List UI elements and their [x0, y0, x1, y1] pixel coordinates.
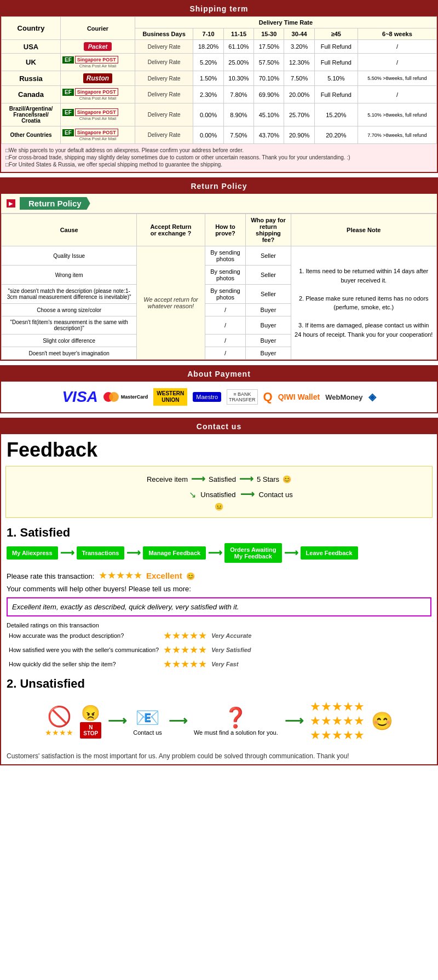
- canada-45: Full Refund: [314, 86, 358, 103]
- courier-russia: Ruston: [61, 71, 135, 86]
- other-7-10: 0.00%: [193, 126, 223, 144]
- unsatisfied-heading: 2. Unsatisfied: [1, 673, 437, 694]
- no-circle-icon: 🚫: [45, 705, 73, 728]
- return-title: Return Policy: [20, 197, 90, 210]
- payment-section: About Payment VISA MasterCard WESTERNUNI…: [0, 365, 438, 413]
- cause-size: "size doesn't match the description (ple…: [2, 285, 137, 304]
- rating-row-3: How quickly did the seller ship the item…: [7, 657, 253, 671]
- courier-uk: EF Singapore POST China Post Air Mail: [61, 54, 135, 71]
- brazil-30-44: 25.70%: [284, 103, 314, 126]
- canada-30-44: 20.00%: [284, 86, 314, 103]
- arrow-3: ⟶: [240, 488, 255, 500]
- singapore-logo-brazil: Singapore POST: [75, 108, 118, 116]
- shipping-note-2: □For cross-broad trade, shipping may sli…: [5, 154, 433, 160]
- ef-logo: EF: [62, 56, 74, 64]
- happy-emoji: 😊: [283, 475, 291, 483]
- usa-30-44: 3.20%: [284, 40, 314, 54]
- arrow-2: ⟶: [239, 473, 253, 485]
- singapore-logo-canada: Singapore POST: [75, 88, 118, 96]
- angry-emoji: 😠: [80, 704, 101, 722]
- visa-logo: VISA: [62, 388, 97, 406]
- five-gold-stars-2: ★★★★★: [310, 714, 365, 728]
- q1-text: How accurate was the product description…: [7, 629, 161, 643]
- uk-11-15: 25.00%: [223, 54, 253, 71]
- russia-15-30: 70.10%: [254, 71, 284, 86]
- step-transactions[interactable]: Transactions: [77, 546, 125, 560]
- country-uk: UK: [2, 54, 61, 71]
- mastercard-logo: MasterCard: [103, 392, 148, 402]
- col-biz-days: Business Days: [135, 28, 193, 40]
- singapore-logo-other: Singapore POST: [75, 129, 118, 136]
- ef-logo-other: EF: [62, 129, 74, 136]
- courier-other: EF Singapore POST China Post Air Mail: [61, 126, 135, 144]
- uk-45: Full Refund: [314, 54, 358, 71]
- contact-label: Contact us: [259, 491, 293, 499]
- five-gold-stars: ★★★★★: [310, 700, 365, 714]
- email-group: 📧 Contact us: [133, 706, 162, 736]
- shipping-header: Shipping term: [1, 1, 437, 16]
- country-header: Country: [2, 17, 61, 40]
- uk-30-44: 12.30%: [284, 54, 314, 71]
- step-orders-awaiting[interactable]: Orders AwaitingMy Feedback: [224, 543, 281, 563]
- payment-header: About Payment: [1, 366, 437, 382]
- step-manage-feedback[interactable]: Manage Feedback: [143, 546, 206, 560]
- col-30-44: 30-44: [284, 28, 314, 40]
- china-post-label-other: China Post Air Mail: [62, 136, 133, 141]
- th-note: Please Note: [291, 214, 436, 246]
- delivery-rate-brazil: Delivery Rate: [135, 103, 193, 126]
- canada-11-15: 7.80%: [223, 86, 253, 103]
- stop-sign: NSTOP: [80, 722, 101, 739]
- table-row: Russia Ruston Delivery Rate 1.50% 10.30%…: [2, 71, 437, 86]
- arrow-unsat-3: ⟶: [285, 713, 303, 729]
- country-brazil: Brazil/Argentina/France/Israel/Croatia: [2, 103, 61, 126]
- receive-label: Receive item: [147, 475, 188, 483]
- prove-wrong-size: /: [205, 304, 246, 316]
- step-my-aliexpress[interactable]: My Aliexpress: [7, 546, 58, 560]
- rating-stars: ★★★★★: [99, 570, 142, 581]
- prove-imagination: /: [205, 347, 246, 360]
- rating-row-2: How satisfied were you with the seller's…: [7, 643, 253, 657]
- qiwi-wallet-label: QIWI Wallet: [278, 393, 320, 401]
- comment-text: Your comments will help other buyers! Pl…: [1, 584, 437, 594]
- brazil-7-10: 0.00%: [193, 103, 223, 126]
- pays-fit: Buyer: [246, 316, 291, 335]
- table-row: UK EF Singapore POST China Post Air Mail…: [2, 54, 437, 71]
- question-icon: ❓: [223, 706, 248, 729]
- usa-7-10: 18.20%: [193, 40, 223, 54]
- contact-us-label: Contact us: [133, 729, 162, 736]
- usa-11-15: 61.10%: [223, 40, 253, 54]
- happy-face-icon: 😊: [371, 711, 393, 731]
- brazil-15-30: 45.10%: [254, 103, 284, 126]
- china-post-label-brazil: China Post Air Mail: [62, 116, 133, 121]
- please-note-cell: 1. Items need to be returned within 14 d…: [291, 246, 436, 360]
- pays-color: Buyer: [246, 335, 291, 347]
- feedback-flow-row2: ↘ Unsatisfied ⟶ Contact us: [13, 488, 425, 500]
- pays-wrong-size: Buyer: [246, 304, 291, 316]
- feedback-flow-box: Receive item ⟶ Satisfied ⟶ 5 Stars 😊 ↘ U…: [5, 466, 433, 518]
- pays-quality: Seller: [246, 246, 291, 266]
- courier-canada: EF Singapore POST China Post Air Mail: [61, 86, 135, 103]
- canada-6-8: /: [358, 86, 436, 103]
- col-15-30: 15-30: [254, 28, 284, 40]
- table-row: USA Packet Delivery Rate 18.20% 61.10% 1…: [2, 40, 437, 54]
- cause-color: Slight color difference: [2, 335, 137, 347]
- payment-logos-area: VISA MasterCard WESTERNUNION Maestro ≡ B…: [1, 382, 437, 412]
- delivery-rate-russia: Delivery Rate: [135, 71, 193, 86]
- th-cause: Cause: [2, 214, 137, 246]
- unsat-stars: ★★★★: [45, 728, 73, 737]
- webmoney-icon: ◈: [368, 391, 376, 403]
- delivery-rate-uk: Delivery Rate: [135, 54, 193, 71]
- pays-size: Seller: [246, 285, 291, 304]
- q3-text: How quickly did the seller ship the item…: [7, 657, 161, 671]
- th-prove: How to prove?: [205, 214, 246, 246]
- satisfied-label: Satisfied: [209, 475, 236, 483]
- q2-text: How satisfied were you with the seller's…: [7, 643, 161, 657]
- uk-15-30: 57.50%: [254, 54, 284, 71]
- russia-7-10: 1.50%: [193, 71, 223, 86]
- q1-stars: ★★★★★: [163, 630, 207, 641]
- th-who-pay: Who pay for returnshipping fee?: [246, 214, 291, 246]
- cause-fit: "Doesn't fit(item's measurement is the s…: [2, 316, 137, 335]
- step-leave-feedback[interactable]: Leave Feedback: [301, 546, 358, 560]
- table-row: Brazil/Argentina/France/Israel/Croatia E…: [2, 103, 437, 126]
- no-sign-group: 🚫 ★★★★: [45, 705, 73, 737]
